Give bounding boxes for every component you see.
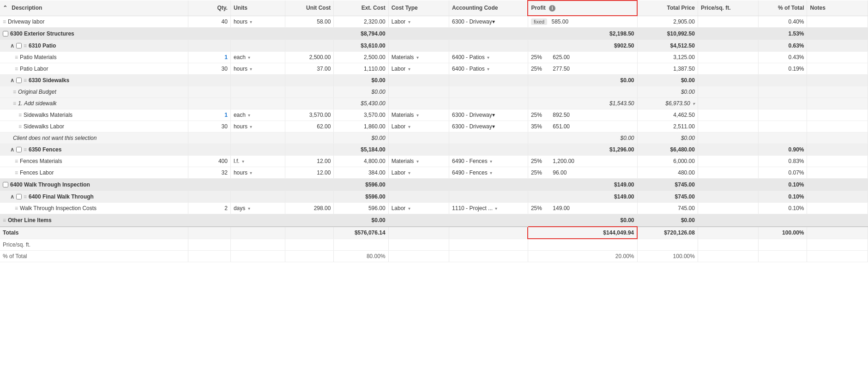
units-cell[interactable]: hours ▾ xyxy=(230,167,285,179)
totals-profit: $144,049.94 xyxy=(528,227,637,239)
costtype-cell[interactable]: Labor ▾ xyxy=(388,203,449,214)
units-cell[interactable]: hours ▾ xyxy=(230,63,285,75)
costtype-cell[interactable]: Materials ▾ xyxy=(388,109,449,121)
group-checkbox-6300[interactable] xyxy=(3,31,8,36)
subgroup2-acctcode xyxy=(449,133,528,144)
drag-icon[interactable]: ≡ xyxy=(15,54,18,60)
drag-icon-6310[interactable]: ≡ xyxy=(24,42,27,49)
drag-icon[interactable]: ≡ xyxy=(15,169,18,176)
group-qty xyxy=(188,28,230,40)
drag-icon-other[interactable]: ≡ xyxy=(3,217,6,223)
subgroup-costtype xyxy=(388,75,449,86)
subgroup2-pricesqft xyxy=(698,98,758,109)
drag-icon[interactable]: ≡ xyxy=(18,112,22,118)
acctcode-cell[interactable]: 6400 - Patios ▾ xyxy=(449,52,528,63)
subgroup2-header-original: ≡ Original Budget $0.00 $0.00 xyxy=(0,86,868,98)
units-cell[interactable]: each ▾ xyxy=(230,109,285,121)
subgroup-extcost: $0.00 xyxy=(334,75,388,86)
extcost-cell: 1,860.00 xyxy=(334,121,388,133)
group-checkbox-6400wt[interactable] xyxy=(3,182,8,187)
desc-cell: ≡ Walk Through Inspection Costs xyxy=(0,203,188,214)
costtype-cell[interactable]: Labor ▾ xyxy=(388,121,449,133)
drag-icon[interactable]: ≡ xyxy=(15,205,18,211)
group-pctotal: 1.53% xyxy=(759,28,807,40)
acctcode-cell[interactable]: 6300 - Driveway▾ xyxy=(449,109,528,121)
subgroup-extcost: $5,184.00 xyxy=(334,144,388,156)
subgroup2-notes xyxy=(807,133,868,144)
acctcode-cell[interactable]: 6490 - Fences ▾ xyxy=(449,156,528,167)
drag-icon[interactable]: ≡ xyxy=(15,66,18,72)
costtype-cell[interactable]: Labor ▾ xyxy=(388,63,449,75)
subgroup-label: 6330 Sidewalks xyxy=(29,77,69,84)
group-header-other: ≡ Other Line Items $0.00 $0.00 $0.00 xyxy=(0,214,868,227)
header-description: ⌃ Description xyxy=(0,0,188,16)
header-row: ⌃ Description Qty. Units Unit Cost Ext. … xyxy=(0,0,868,16)
totals-totalprice: $720,126.08 xyxy=(637,227,698,239)
desc-cell: ≡ Sidewalks Materials xyxy=(0,109,188,121)
subgroup-extcost: $3,610.00 xyxy=(334,40,388,52)
acctcode-cell[interactable]: 6300 - Driveway▾ xyxy=(449,16,528,28)
drag-icon[interactable]: ≡ xyxy=(3,18,6,25)
expand-6400ft[interactable]: ∧ xyxy=(10,193,14,200)
subgroup-notes xyxy=(807,191,868,203)
subgroup-checkbox-6330[interactable] xyxy=(16,78,22,83)
unitcost-cell: 37.00 xyxy=(285,63,334,75)
footer-label: Price/sq. ft. xyxy=(0,239,188,250)
footer-units xyxy=(230,239,285,250)
footer-profit xyxy=(528,239,637,250)
drag-icon-6350[interactable]: ≡ xyxy=(24,146,27,153)
item-label: Patio Materials xyxy=(20,54,56,60)
units-cell[interactable]: l.f. ▾ xyxy=(230,156,285,167)
group-costtype xyxy=(388,28,449,40)
drag-icon[interactable]: ≡ xyxy=(15,158,18,164)
profit-pct: 25% xyxy=(531,54,542,60)
subgroup2-label: Client does not want this selection xyxy=(13,135,96,141)
costtype-cell[interactable]: Labor ▾ xyxy=(388,16,449,28)
acctcode-cell[interactable]: 6300 - Driveway▾ xyxy=(449,121,528,133)
subgroup-checkbox-6400ft[interactable] xyxy=(16,194,22,199)
profit-value: 585.00 xyxy=(552,18,569,25)
subgroup2-costtype xyxy=(388,133,449,144)
subgroup-totalprice: $6,480.00 xyxy=(637,144,698,156)
units-cell[interactable]: each ▾ xyxy=(230,52,285,63)
subgroup-desc: ∧ ≡ 6310 Patio xyxy=(0,40,188,52)
totalprice-cell: 6,000.00 xyxy=(637,156,698,167)
subgroup-checkbox-6350[interactable] xyxy=(16,147,22,152)
drag-icon-6400ft[interactable]: ≡ xyxy=(24,193,27,200)
totals-pricesqft xyxy=(698,227,758,239)
subgroup-notes xyxy=(807,75,868,86)
units-cell[interactable]: hours ▾ xyxy=(230,121,285,133)
costtype-cell[interactable]: Materials ▾ xyxy=(388,156,449,167)
subgroup-checkbox-6310[interactable] xyxy=(16,43,22,48)
costtype-cell[interactable]: Materials ▾ xyxy=(388,52,449,63)
footer-label: % of Total xyxy=(0,250,188,262)
drag-icon-6330[interactable]: ≡ xyxy=(24,77,27,84)
expand-6310[interactable]: ∧ xyxy=(10,42,14,49)
extcost-cell: 3,570.00 xyxy=(334,109,388,121)
costtype-cell[interactable]: Labor ▾ xyxy=(388,167,449,179)
drag-icon[interactable]: ≡ xyxy=(13,89,16,95)
group-totalprice: $10,992.50 xyxy=(637,28,698,40)
subgroup-profit: $149.00 xyxy=(528,191,637,203)
notes-cell xyxy=(807,52,868,63)
extcost-cell: 1,110.00 xyxy=(334,63,388,75)
footer-totalprice: 100.00% xyxy=(637,250,698,262)
subgroup2-extcost: $5,430.00 xyxy=(334,98,388,109)
acctcode-cell[interactable]: 6400 - Patios ▾ xyxy=(449,63,528,75)
acctcode-cell[interactable]: 1110 - Project ... ▾ xyxy=(449,203,528,214)
units-cell[interactable]: days ▾ xyxy=(230,203,285,214)
drag-icon[interactable]: ≡ xyxy=(18,123,22,130)
subgroup2-extcost: $0.00 xyxy=(334,133,388,144)
expand-6350[interactable]: ∧ xyxy=(10,146,14,153)
expand-6330[interactable]: ∧ xyxy=(10,77,14,84)
subgroup2-pricesqft xyxy=(698,133,758,144)
units-cell[interactable]: hours ▾ xyxy=(230,16,285,28)
profit-info-icon[interactable]: i xyxy=(549,5,555,12)
acctcode-cell[interactable]: 6490 - Fences ▾ xyxy=(449,167,528,179)
group-notes xyxy=(807,214,868,227)
group-unitcost xyxy=(285,179,334,191)
drag-icon[interactable]: ≡ xyxy=(13,100,16,107)
group-profit: $2,198.50 xyxy=(528,28,637,40)
subgroup-label: 6310 Patio xyxy=(29,42,56,49)
expand-all-icon[interactable]: ⌃ xyxy=(3,5,7,11)
